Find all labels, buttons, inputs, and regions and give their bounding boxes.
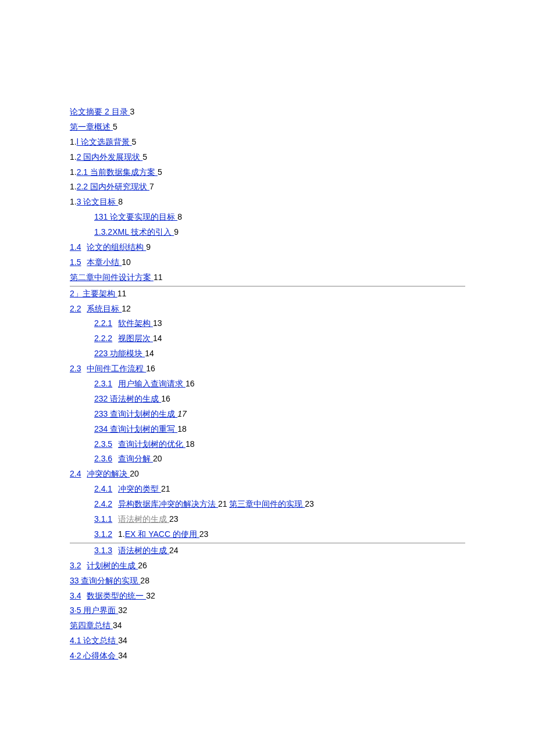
toc-link-3-1-2[interactable]: EX 和 YACC 的使用 — [125, 529, 199, 539]
toc-entry: 1.l 论文选题背景 5 — [70, 135, 465, 150]
toc-link-ch1[interactable]: 第一章概述 — [70, 122, 113, 131]
page-number: 14 — [153, 334, 162, 343]
page-number: 24 — [169, 546, 179, 555]
toc-link-1-2[interactable]: 2 国内外发展现状 — [77, 152, 143, 162]
toc-entry: 第二章中间件设计方案 11 — [70, 270, 465, 286]
page-number: 5 — [158, 167, 162, 177]
toc-entry: 2.4.2 异构数据库冲突的解决方法 21 第三章中间件的实现 23 — [70, 497, 465, 512]
toc-entry: 3.1.3 语法树的生成 24 — [70, 543, 465, 558]
toc-num-3-1-3[interactable]: 3.1.3 — [94, 546, 112, 555]
toc-num-2-2[interactable]: 2.2 — [70, 304, 81, 313]
toc-num-2-4[interactable]: 2.4 — [70, 469, 81, 478]
toc-num-3-2[interactable]: 3.2 — [70, 561, 81, 570]
toc-link-4-1[interactable]: 4.1 论文总结 — [70, 636, 118, 645]
toc-link-3-5[interactable]: 3·5 用户界面 — [70, 605, 118, 615]
toc-link-232[interactable]: 232 语法树的生成 — [94, 394, 161, 403]
toc-num-2-4-2[interactable]: 2.4.2 — [94, 499, 112, 508]
toc-entry: 234 查询计划树的重写 18 — [70, 422, 465, 437]
toc-num-2-2-1[interactable]: 2.2.1 — [94, 318, 112, 328]
toc-link-2-2-2[interactable]: 视图层次 — [118, 334, 153, 343]
toc-link-1-1[interactable]: l 论文选题背景 — [77, 137, 132, 146]
toc-link-1-3[interactable]: 3 论文目标 — [77, 197, 119, 206]
page-number: 11 — [117, 289, 127, 298]
toc-link-1-4[interactable]: 论文的组织结构 — [87, 242, 146, 252]
toc-link-1-5[interactable]: 本章小结 — [87, 257, 122, 267]
page-number: 17 — [177, 409, 187, 418]
toc-entry: 3.2 计划树的生成 26 — [70, 558, 465, 574]
toc-link-234[interactable]: 234 查询计划树的重写 — [94, 424, 177, 433]
toc-entry: 第四章总结 34 — [70, 618, 465, 633]
toc-entry: 4.1 论文总结 34 — [70, 633, 465, 648]
toc-num-3-4[interactable]: 3.4 — [70, 591, 81, 600]
toc-link-2-3-5[interactable]: 查询计划树的优化 — [118, 439, 186, 449]
toc-num-3-1-1[interactable]: 3.1.1 — [94, 514, 112, 524]
toc-link-3-1-3[interactable]: 语法树的生成 — [118, 546, 169, 555]
toc-entry: 2」主要架构 11 — [70, 286, 465, 302]
toc-num-1-5[interactable]: 1.5 — [70, 257, 81, 267]
toc-entry: 2.4 冲突的解决 20 — [70, 467, 465, 482]
page-number: 34 — [118, 636, 127, 645]
page-number: 11 — [154, 273, 163, 282]
toc-entry: 2.3 中间件工作流程 16 — [70, 361, 465, 377]
toc-link-3-4[interactable]: 数据类型的统一 — [87, 591, 146, 600]
toc-entry: 2.2.1 软件架构 13 — [70, 316, 465, 331]
toc-link-3-2[interactable]: 计划树的生成 — [87, 561, 138, 570]
toc-link-2-3-6[interactable]: 查询分解 — [118, 454, 153, 463]
toc-num-2-2-2[interactable]: 2.2.2 — [94, 334, 112, 343]
toc-entry: 2.4.1 冲突的类型 21 — [70, 482, 465, 497]
toc-link-2-2[interactable]: 系统目标 — [87, 304, 122, 313]
toc-prefix: 1. — [70, 182, 77, 191]
page-number: 21 — [161, 484, 170, 493]
toc-num-2-3-1[interactable]: 2.3.1 — [94, 379, 112, 388]
toc-link-131[interactable]: 131 论文要实现的目标 — [94, 212, 177, 221]
toc-link-33[interactable]: 33 查询分解的实现 — [70, 576, 140, 585]
toc-entry: 1.2 国内外发展现状 5 — [70, 150, 465, 165]
page-number: 13 — [153, 318, 162, 328]
toc-link-1-2-1[interactable]: 2.1 当前数据集成方案 — [77, 167, 158, 177]
toc-link-1-3-2[interactable]: 1.3.2XML 技术的引入 — [94, 227, 174, 237]
toc-link-233[interactable]: 233 查询计划树的生成 — [94, 409, 177, 418]
toc-prefix: 1. — [118, 529, 125, 539]
toc-link-3-1-1[interactable]: 语法树的生成 — [118, 514, 169, 524]
toc-link-2-3-1[interactable]: 用户输入查询请求 — [118, 379, 186, 388]
toc-link-2-4-2[interactable]: 异构数据库冲突的解决方法 — [118, 499, 218, 508]
toc-num-2-3-5[interactable]: 2.3.5 — [94, 439, 112, 449]
page-number: 16 — [146, 364, 155, 373]
toc-link-4-2[interactable]: 4·2 心得体会 — [70, 651, 118, 660]
toc-entry: 232 语法树的生成 16 — [70, 392, 465, 407]
page-number: 18 — [177, 424, 187, 433]
toc-prefix: 1. — [70, 152, 77, 162]
toc-link-1-2-2[interactable]: 2.2 国内外研究现状 — [77, 182, 149, 191]
page-number: 26 — [138, 561, 147, 570]
page-number: 32 — [146, 591, 155, 600]
toc-link-2-4-1[interactable]: 冲突的类型 — [118, 484, 161, 493]
toc-entry: 论文摘要 2 目录 3 — [70, 105, 465, 120]
toc-num-1-4[interactable]: 1.4 — [70, 242, 81, 252]
page-number: 20 — [153, 454, 162, 463]
page-number: 12 — [122, 304, 131, 313]
toc-link-2-3[interactable]: 中间件工作流程 — [87, 364, 146, 373]
toc-num-2-4-1[interactable]: 2.4.1 — [94, 484, 112, 493]
toc-entry: 3.1.2 1.EX 和 YACC 的使用 23 — [70, 527, 465, 543]
page-number: 8 — [177, 212, 182, 221]
toc-entry: 33 查询分解的实现 28 — [70, 574, 465, 589]
toc-link-ch2[interactable]: 第二章中间件设计方案 — [70, 273, 154, 282]
toc-link-2-4[interactable]: 冲突的解决 — [87, 469, 130, 478]
toc-link-abstract[interactable]: 论文摘要 2 目录 — [70, 107, 130, 116]
toc-entry: 3.4 数据类型的统一 32 — [70, 589, 465, 604]
toc-entry: 1.3 论文目标 8 — [70, 195, 465, 210]
toc-entry: 3·5 用户界面 32 — [70, 603, 465, 618]
toc-link-2-arch[interactable]: 2」主要架构 — [70, 289, 117, 298]
toc-link-2-2-1[interactable]: 软件架构 — [118, 318, 153, 328]
toc-entry: 2.3.1 用户输入查询请求 16 — [70, 377, 465, 392]
toc-entry: 1.2.2 国内外研究现状 7 — [70, 180, 465, 195]
toc-link-ch3[interactable]: 第三章中间件的实现 — [229, 499, 305, 508]
toc-entry: 233 查询计划树的生成 17 — [70, 407, 465, 422]
toc-link-ch4[interactable]: 第四章总结 — [70, 621, 113, 630]
toc-link-223[interactable]: 223 功能模块 — [94, 349, 145, 358]
toc-entry: 1.4 论文的组织结构 9 — [70, 240, 465, 255]
toc-num-2-3[interactable]: 2.3 — [70, 364, 81, 373]
page-number: 5 — [132, 137, 137, 146]
toc-num-3-1-2[interactable]: 3.1.2 — [94, 529, 112, 539]
toc-num-2-3-6[interactable]: 2.3.6 — [94, 454, 112, 463]
